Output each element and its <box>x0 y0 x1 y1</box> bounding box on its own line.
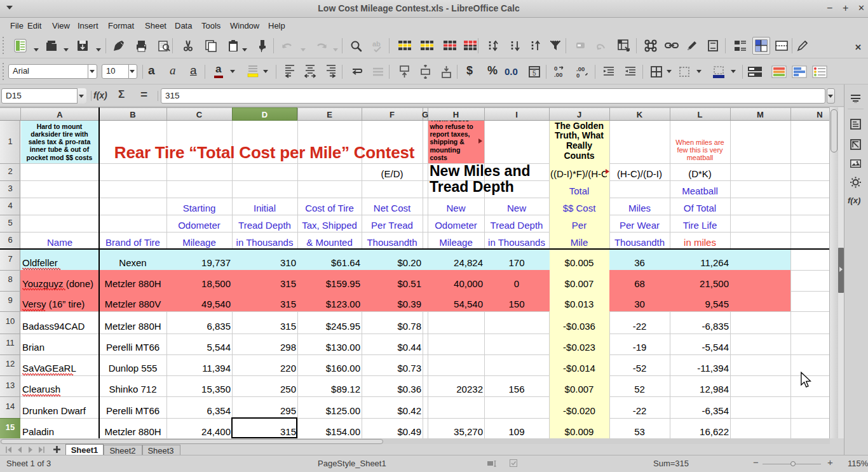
svg-text:0: 0 <box>554 65 557 72</box>
svg-text:.00: .00 <box>554 71 562 78</box>
svg-text:ab: ab <box>372 40 381 48</box>
svg-text:0: 0 <box>576 72 580 79</box>
svg-text:5: 5 <box>532 70 536 77</box>
